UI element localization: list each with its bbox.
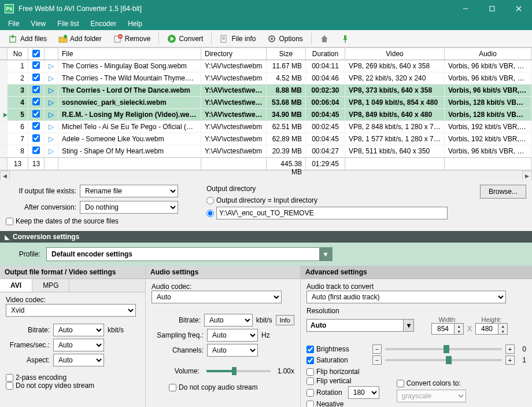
col-check[interactable] [28,48,45,60]
table-row[interactable]: 7▷Adele - Someone Like You.webmY:\AV\vct… [0,133,532,145]
menu-filelist[interactable]: File list [51,18,84,30]
tab-mpg[interactable]: MPG [32,279,69,292]
row-checkbox[interactable] [32,74,40,81]
track-select[interactable]: Auto (first audio track) [306,291,506,303]
play-icon[interactable]: ▷ [49,62,54,70]
width-spinner[interactable]: ▴▾ [431,323,464,335]
height-spinner[interactable]: ▴▾ [475,323,508,335]
play-icon[interactable]: ▷ [49,98,54,107]
info-button[interactable]: Info [276,315,294,325]
h-scrollbar[interactable]: ◀ ▶ [0,170,532,180]
v-bitrate-select[interactable]: Auto [53,324,104,336]
no-video-checkbox[interactable] [6,382,13,390]
ch-select[interactable]: Auto [207,344,258,357]
select-all-checkbox[interactable] [32,50,40,57]
brightness-slider[interactable] [385,348,502,350]
table-row[interactable]: 3▷The Corries - Lord Of The Dance.webmY:… [0,85,532,97]
rotation-select[interactable]: 180 [348,386,379,399]
aspect-select[interactable]: Auto [53,354,104,366]
add-folder-button[interactable]: Add folder [53,32,107,46]
table-row[interactable]: 1▷The Corries - Mingulay Boat Song.webmY… [0,60,532,72]
play-icon[interactable]: ▷ [49,74,54,82]
chevron-down-icon[interactable]: ▾ [403,320,413,331]
video-codec-label: Video codec: [6,296,139,304]
tab-avi[interactable]: AVI [0,279,32,292]
audio-codec-select[interactable]: Auto [152,291,282,303]
brightness-minus[interactable]: − [372,344,382,354]
saturation-plus[interactable]: + [505,355,515,365]
a-bitrate-select[interactable]: Auto [204,314,253,327]
col-dur[interactable]: Duration [306,48,345,60]
saturation-slider[interactable] [385,359,502,361]
volume-slider[interactable] [206,370,271,372]
play-icon[interactable]: ▷ [49,135,54,143]
menu-help[interactable]: Help [122,18,148,30]
browse-button[interactable]: Browse... [480,185,526,199]
pin-button[interactable] [335,32,355,46]
flip-h-checkbox[interactable] [306,368,314,376]
col-dir[interactable]: Directory [201,48,267,60]
sf-select[interactable]: Auto [207,329,258,342]
brightness-checkbox[interactable] [306,346,314,353]
home-button[interactable] [315,32,334,46]
table-row[interactable]: 4▷sosnowiec_park_sielecki.webmY:\AV\vcte… [0,97,532,109]
table-row[interactable]: ▶5▷R.E.M. - Losing My Religion (Video).w… [0,109,532,121]
row-video: VP8, 511 kbit/s, 640 x 350 [345,146,445,156]
conversion-settings-header[interactable]: Conversion settings [0,231,532,243]
profile-select[interactable]: Default encoder settings ▾ [46,247,332,261]
table-row[interactable]: 8▷Sting - Shape Of My Heart.webmY:\AV\vc… [0,145,532,157]
outdir-path-input[interactable] [216,207,448,219]
rotation-checkbox[interactable] [306,389,314,397]
row-checkbox[interactable] [32,146,40,154]
play-icon[interactable]: ▷ [49,86,54,94]
row-video: VP8, 373 kbit/s, 640 x 358 [345,85,445,96]
fps-select[interactable]: Auto [53,339,104,351]
brightness-plus[interactable]: + [505,344,515,354]
after-conv-select[interactable]: Do nothing [80,201,178,214]
row-checkbox[interactable] [32,86,40,93]
if-exists-select[interactable]: Rename file [80,185,178,197]
options-button[interactable]: Options [262,32,308,46]
col-file[interactable]: File [58,48,201,60]
saturation-checkbox[interactable] [306,357,314,364]
profile-dropdown-icon[interactable]: ▾ [319,248,332,261]
minimize-button[interactable] [452,0,479,17]
resolution-select[interactable]: Auto ▾ [306,319,414,332]
play-icon[interactable]: ▷ [49,123,54,131]
row-checkbox[interactable] [32,98,40,105]
video-codec-select[interactable]: Xvid [6,304,136,317]
two-pass-checkbox[interactable] [6,374,13,382]
row-file: Adele - Someone Like You.webm [58,134,201,144]
row-checkbox[interactable] [32,61,40,69]
saturation-minus[interactable]: − [372,355,382,365]
remove-button[interactable]: Remove [108,32,156,46]
negative-checkbox[interactable] [306,401,314,408]
menu-view[interactable]: View [25,18,51,30]
menu-encoder[interactable]: Encoder [84,18,122,30]
scroll-left-button[interactable]: ◀ [0,171,10,181]
menu-file[interactable]: File [2,18,25,30]
play-icon[interactable]: ▷ [49,147,54,155]
maximize-button[interactable] [479,0,505,17]
keep-dates-checkbox[interactable] [6,218,13,225]
play-icon[interactable]: ▷ [49,111,54,119]
close-button[interactable] [505,0,532,17]
table-row[interactable]: 2▷The Corries - The Wild Mountain Thyme.… [0,72,532,85]
row-checkbox[interactable] [32,110,40,118]
col-audio[interactable]: Audio [445,48,531,60]
convert-button[interactable]: Convert [162,32,208,46]
col-size[interactable]: Size [267,48,306,60]
row-checkbox[interactable] [32,122,40,130]
col-video[interactable]: Video [345,48,445,60]
table-row[interactable]: 6▷Michel Telo - Ai Se Eu Te Pego - Ofici… [0,121,532,133]
convert-colors-checkbox[interactable] [397,380,404,387]
add-files-button[interactable]: Add files [3,32,52,46]
col-no[interactable]: No [8,48,28,60]
outdir-same-radio[interactable] [206,197,214,204]
scroll-right-button[interactable]: ▶ [522,171,532,181]
outdir-custom-radio[interactable] [206,210,214,217]
file-info-button[interactable]: File info [215,32,261,46]
flip-v-checkbox[interactable] [306,377,314,385]
no-audio-checkbox[interactable] [169,384,176,391]
row-checkbox[interactable] [32,134,40,142]
